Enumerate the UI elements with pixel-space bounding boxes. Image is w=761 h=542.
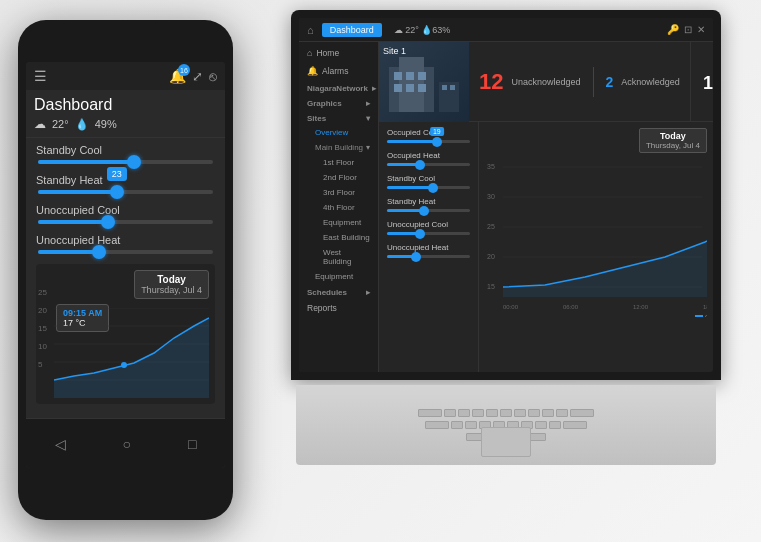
svg-text:35: 35 xyxy=(487,163,495,170)
standby-heat-slider-group: Standby Heat 23 xyxy=(36,174,215,194)
sidebar-sub-westbuilding[interactable]: West Building xyxy=(299,245,378,269)
laptop-close-icon[interactable]: ✕ xyxy=(697,24,705,35)
laptop-unoccupied-heat-thumb[interactable] xyxy=(411,252,421,262)
laptop-slider-occupied-heat: Occupied Heat xyxy=(387,151,470,166)
laptop-unoccupied-heat-label: Unoccupied Heat xyxy=(387,243,470,252)
standby-heat-thumb[interactable]: 23 xyxy=(110,185,124,199)
standby-cool-track[interactable] xyxy=(38,160,213,164)
laptop-key-icon[interactable]: 🔑 xyxy=(667,24,679,35)
phone-chart-svg xyxy=(54,308,209,398)
laptop-standby-heat-label: Standby Heat xyxy=(387,197,470,206)
sidebar-sub-4thfloor[interactable]: 4th Floor xyxy=(299,200,378,215)
laptop-window-icon[interactable]: ⊡ xyxy=(684,24,692,35)
laptop-slider-unoccupied-heat: Unoccupied Heat xyxy=(387,243,470,258)
key xyxy=(472,409,484,417)
logout-icon[interactable]: ⎋ xyxy=(209,69,217,84)
laptop-occupied-heat-thumb[interactable] xyxy=(415,160,425,170)
laptop-body: ⌂ Home 🔔 Alarms NiagaraNetwork ▸ Graphic… xyxy=(299,42,713,372)
recents-button[interactable]: □ xyxy=(188,436,196,452)
laptop-slider-unoccupied-cool: Unoccupied Cool xyxy=(387,220,470,235)
phone-date-title: Today xyxy=(141,274,202,285)
schedules-chevron: ▸ xyxy=(366,288,370,297)
laptop-standby-cool-label: Standby Cool xyxy=(387,174,470,183)
laptop-standby-heat-track[interactable] xyxy=(387,209,470,212)
sidebar-item-alarms[interactable]: 🔔 Alarms xyxy=(299,62,378,80)
site-label: Site 1 xyxy=(383,46,406,56)
hamburger-icon[interactable]: ☰ xyxy=(34,68,47,84)
standby-cool-thumb[interactable] xyxy=(127,155,141,169)
back-button[interactable]: ◁ xyxy=(55,436,66,452)
dashboard-tab[interactable]: Dashboard xyxy=(322,23,382,37)
key xyxy=(556,409,568,417)
standby-cool-label: Standby Cool xyxy=(36,144,215,156)
laptop-chart-svg: 35 30 25 20 15 xyxy=(485,157,707,317)
sidebar-sub-2ndfloor[interactable]: 2nd Floor xyxy=(299,170,378,185)
key xyxy=(444,409,456,417)
svg-rect-9 xyxy=(394,72,402,80)
laptop-slider-standby-heat: Standby Heat xyxy=(387,197,470,212)
svg-rect-34 xyxy=(695,315,703,317)
key xyxy=(500,409,512,417)
graphics-chevron: ▸ xyxy=(366,99,370,108)
key xyxy=(549,421,561,429)
key xyxy=(542,409,554,417)
laptop-unoccupied-cool-label: Unoccupied Cool xyxy=(387,220,470,229)
sidebar-sub-equipment[interactable]: Equipment xyxy=(299,269,378,284)
laptop-standby-heat-thumb[interactable] xyxy=(419,206,429,216)
laptop-unoccupied-cool-thumb[interactable] xyxy=(415,229,425,239)
svg-text:12:00: 12:00 xyxy=(633,304,649,310)
unacknowledged-count: 12 xyxy=(479,69,503,95)
sidebar-item-home[interactable]: ⌂ Home xyxy=(299,44,378,62)
laptop-unoccupied-cool-track[interactable] xyxy=(387,232,470,235)
laptop-weather: ☁ 22° 💧63% xyxy=(394,25,451,35)
phone-screen: ☰ 🔔 16 ⤢ ⎋ Dashboard ☁ 22° 💧 49% xyxy=(26,62,225,468)
sidebar-sub-1stfloor[interactable]: 1st Floor xyxy=(299,155,378,170)
laptop-occupied-cool-track[interactable]: 19 xyxy=(387,140,470,143)
unoccupied-cool-track[interactable] xyxy=(38,220,213,224)
laptop-occupied-cool-badge: 19 xyxy=(430,127,444,136)
sidebar-section-niagara[interactable]: NiagaraNetwork ▸ xyxy=(299,80,378,95)
laptop-main-content: Site 1 xyxy=(379,42,713,372)
unoccupied-heat-thumb[interactable] xyxy=(92,245,106,259)
sidebar-sub-3rdfloor[interactable]: 3rd Floor xyxy=(299,185,378,200)
sidebar-section-schedules[interactable]: Schedules ▸ xyxy=(299,284,378,299)
standby-heat-track[interactable]: 23 xyxy=(38,190,213,194)
niagara-label: NiagaraNetwork xyxy=(307,84,368,93)
unoccupied-heat-track[interactable] xyxy=(38,250,213,254)
laptop-occupied-cool-fill xyxy=(387,140,437,143)
laptop-date-sub: Thursday, Jul 4 xyxy=(646,141,700,150)
sidebar-section-graphics[interactable]: Graphics ▸ xyxy=(299,95,378,110)
laptop-touchpad[interactable] xyxy=(481,427,531,457)
laptop-site-image: Site 1 xyxy=(379,42,469,122)
key xyxy=(570,409,594,417)
sidebar-section-sites[interactable]: Sites ▾ xyxy=(299,110,378,125)
laptop-occupied-heat-track[interactable] xyxy=(387,163,470,166)
sidebar-sub-eastbuilding[interactable]: East Building xyxy=(299,230,378,245)
cloud-icon: ☁ xyxy=(34,117,46,131)
laptop-standby-cool-track[interactable] xyxy=(387,186,470,189)
sidebar-item-reports[interactable]: Reports xyxy=(299,299,378,317)
laptop-home-icon[interactable]: ⌂ xyxy=(307,24,314,36)
sidebar-sub-mainbuilding[interactable]: Main Building▾ xyxy=(299,140,378,155)
svg-rect-14 xyxy=(418,84,426,92)
unoccupied-cool-thumb[interactable] xyxy=(101,215,115,229)
alert-divider xyxy=(593,67,594,97)
sidebar-sub-overview[interactable]: Overview xyxy=(299,125,378,140)
laptop-standby-cool-thumb[interactable] xyxy=(428,183,438,193)
phone-humidity: 49% xyxy=(95,118,117,130)
laptop-date-title: Today xyxy=(646,131,700,141)
reports-label: Reports xyxy=(307,303,337,313)
sidebar-sub-equipment-main[interactable]: Equipment xyxy=(299,215,378,230)
laptop-device: ⌂ Dashboard ☁ 22° 💧63% 🔑 ⊡ ✕ ⌂ Home xyxy=(261,10,751,530)
home-button[interactable]: ○ xyxy=(123,436,131,452)
sites-chevron: ▾ xyxy=(366,114,370,123)
expand-icon[interactable]: ⤢ xyxy=(192,69,203,84)
laptop-occupied-cool-thumb[interactable]: 19 xyxy=(432,137,442,147)
laptop-screen-frame: ⌂ Dashboard ☁ 22° 💧63% 🔑 ⊡ ✕ ⌂ Home xyxy=(291,10,721,380)
notification-icon[interactable]: 🔔 16 xyxy=(169,68,186,84)
unoccupied-cool-fill xyxy=(38,220,108,224)
laptop-unoccupied-heat-track[interactable] xyxy=(387,255,470,258)
standby-heat-badge: 23 xyxy=(107,167,127,181)
home-icon: ⌂ xyxy=(307,48,312,58)
svg-text:20: 20 xyxy=(487,253,495,260)
